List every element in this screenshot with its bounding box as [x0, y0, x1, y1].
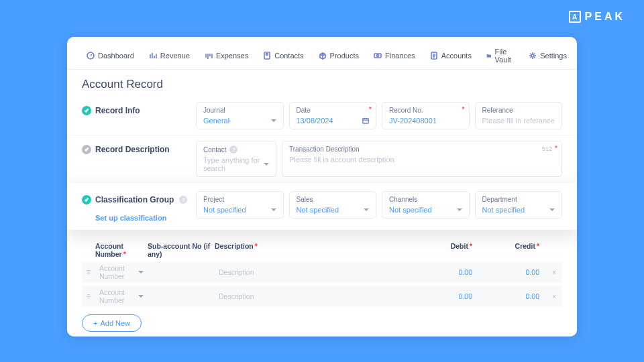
accounts-icon — [430, 52, 438, 60]
section-record-info: Record Info Journal General * Date 13/08… — [67, 97, 577, 135]
description-cell[interactable]: Description — [215, 262, 412, 282]
channels-value: Not specified — [389, 206, 432, 214]
table-row: Account NumberDescription0.000.00× — [82, 286, 562, 306]
table-row: Account NumberDescription0.000.00× — [82, 262, 562, 282]
debit-cell[interactable]: 0.00 — [412, 262, 479, 282]
remove-row-button[interactable]: × — [546, 286, 562, 306]
contact-placeholder: Type anything for search — [203, 156, 264, 172]
account-select[interactable]: Account Number — [95, 262, 148, 282]
nav-accounts[interactable]: Accounts — [423, 42, 479, 69]
nav-contacts[interactable]: Contacts — [256, 42, 311, 69]
chevron-down-icon — [138, 271, 144, 276]
department-field[interactable]: DepartmentNot specified — [475, 191, 563, 219]
account-select[interactable]: Account Number — [95, 286, 148, 306]
section-title: Classification Group — [95, 195, 174, 204]
check-icon — [82, 145, 91, 154]
project-label: Project — [203, 196, 276, 203]
chevron-down-icon — [271, 119, 276, 125]
journal-value: General — [203, 117, 229, 125]
channels-field[interactable]: ChannelsNot specified — [382, 191, 470, 219]
svg-point-2 — [266, 54, 268, 56]
required-marker: * — [369, 105, 372, 113]
nav-expenses[interactable]: Expenses — [197, 42, 256, 69]
top-nav: DashboardRevenueExpensesContactsProducts… — [67, 37, 577, 70]
credit-cell[interactable]: 0.00 — [479, 262, 546, 282]
col-credit: Credit — [515, 242, 535, 250]
chevron-down-icon — [264, 163, 269, 168]
files-icon — [486, 52, 492, 60]
brand-mark: A — [569, 11, 581, 23]
debit-cell[interactable]: 0.00 — [412, 286, 479, 306]
section-classification: Classification Group ? Set up classifica… — [67, 182, 577, 230]
nav-label: Settings — [540, 52, 567, 60]
nav-label: Revenue — [160, 52, 190, 60]
nav-finances[interactable]: Finances — [366, 42, 423, 69]
entries-table: Account Number* Sub-account No (if any) … — [67, 230, 577, 337]
drag-handle[interactable] — [82, 262, 95, 282]
nav-revenue[interactable]: Revenue — [142, 42, 197, 69]
date-field[interactable]: * Date 13/08/2024 — [289, 102, 377, 129]
chevron-down-icon — [271, 208, 276, 214]
nav-file-vault[interactable]: File Vault — [479, 42, 521, 69]
sales-field[interactable]: SalesNot specified — [289, 191, 377, 219]
credit-cell[interactable]: 0.00 — [479, 286, 546, 306]
record-no-field[interactable]: * Record No. JV-202408001 — [382, 102, 470, 129]
department-label: Department — [482, 196, 555, 203]
date-value: 13/08/2024 — [297, 117, 333, 125]
page-title: Account Record — [67, 70, 577, 97]
check-icon — [82, 106, 91, 115]
help-icon[interactable]: ? — [229, 145, 237, 154]
transaction-desc-placeholder: Please fill in account description. — [289, 156, 396, 164]
record-no-value: JV-202408001 — [389, 117, 437, 125]
check-icon — [82, 195, 91, 204]
subaccount-cell[interactable] — [148, 286, 215, 306]
required-marker: * — [462, 105, 464, 113]
reference-field[interactable]: Referance Please fill in referance — [475, 102, 563, 129]
nav-label: Contacts — [274, 52, 303, 60]
sales-value: Not specified — [297, 206, 339, 214]
help-icon[interactable]: ? — [179, 196, 187, 204]
drag-handle[interactable] — [82, 286, 95, 306]
channels-label: Channels — [389, 196, 462, 203]
chevron-down-icon — [364, 208, 369, 214]
setup-classification-link[interactable]: Set up classification — [95, 214, 166, 222]
transaction-desc-label: Transaction Description — [289, 145, 555, 153]
nav-dashboard[interactable]: Dashboard — [79, 42, 142, 69]
subaccount-cell[interactable] — [148, 262, 215, 282]
required-marker: * — [555, 144, 557, 152]
contact-field[interactable]: Contact? Type anything for search — [196, 141, 276, 177]
journal-field[interactable]: Journal General — [196, 102, 284, 129]
calendar-icon — [362, 117, 369, 124]
reference-label: Referance — [482, 107, 555, 114]
nav-settings[interactable]: Settings — [521, 42, 574, 69]
svg-point-4 — [377, 55, 379, 57]
record-no-label: Record No. — [389, 107, 462, 114]
dashboard-icon — [87, 52, 95, 60]
col-account: Account Number — [95, 242, 123, 258]
col-debit: Debit — [451, 242, 468, 250]
nav-label: Expenses — [216, 52, 248, 60]
nav-label: Dashboard — [98, 52, 134, 60]
remove-row-button[interactable]: × — [546, 262, 562, 282]
section-title: Record Info — [95, 106, 140, 115]
chevron-down-icon — [549, 208, 555, 214]
department-value: Not specified — [482, 206, 525, 214]
contact-label: Contact — [203, 146, 226, 154]
chevron-down-icon — [457, 208, 462, 214]
finances-icon — [374, 52, 382, 60]
char-count: 512 — [542, 145, 552, 152]
journal-label: Journal — [203, 107, 276, 114]
nav-products[interactable]: Products — [311, 42, 366, 69]
transaction-desc-field[interactable]: 512 * Transaction Description Please fil… — [282, 141, 562, 177]
add-new-button[interactable]: +Add New — [82, 314, 142, 332]
section-title: Record Description — [95, 145, 170, 154]
col-description: Description — [215, 242, 254, 250]
table-header: Account Number* Sub-account No (if any) … — [82, 242, 562, 262]
plus-icon: + — [93, 319, 97, 327]
svg-rect-7 — [363, 119, 368, 124]
project-field[interactable]: ProjectNot specified — [196, 191, 284, 219]
contacts-icon — [263, 52, 271, 60]
description-cell[interactable]: Description — [215, 286, 412, 306]
settings-icon — [529, 52, 537, 60]
date-label: Date — [297, 107, 370, 114]
